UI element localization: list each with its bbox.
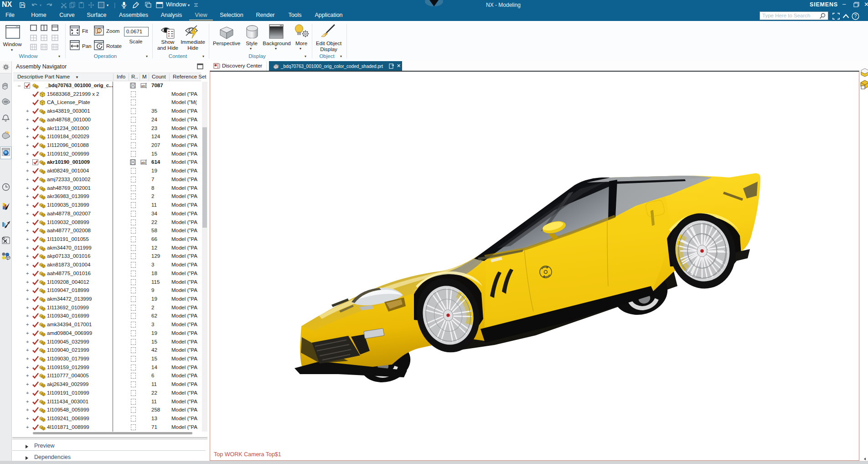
- svg-text:?: ?: [854, 14, 857, 19]
